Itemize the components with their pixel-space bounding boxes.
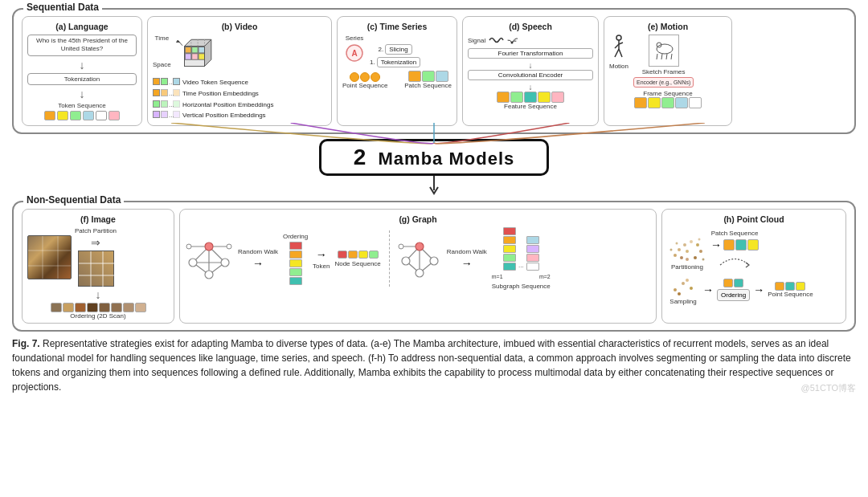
graph-token-col: → Token xyxy=(313,248,330,270)
ordering-label: Ordering xyxy=(283,233,308,240)
mamba-models-box: 2 Mamba Models xyxy=(319,139,550,176)
mfs-4 xyxy=(675,97,688,108)
graph-nodes-right xyxy=(398,230,442,287)
speech-signal-label: Signal xyxy=(468,37,485,44)
sg2-2 xyxy=(526,245,539,253)
subgraph-stacks-row: ... xyxy=(503,227,539,271)
ord-6 xyxy=(111,303,122,312)
pointcloud-top-row: Partitioning Patch Sequence → xyxy=(667,227,841,271)
sg2-3 xyxy=(526,254,539,262)
image-grid-overlay xyxy=(28,236,72,279)
gns-4 xyxy=(369,251,379,259)
ts-patch-seq-label: Patch Sequence xyxy=(404,82,452,89)
timeseries-section: (c) Time Series Series A 2. Slicing xyxy=(337,16,457,126)
mamba-number: 2 xyxy=(354,145,367,169)
vb-4 xyxy=(289,268,302,276)
vb-3 xyxy=(289,259,302,267)
ps-3 xyxy=(371,72,380,82)
pc-ordering-box: Ordering xyxy=(717,289,750,301)
svg-point-72 xyxy=(670,249,673,251)
legend-boxes-4: ... xyxy=(153,111,180,121)
ord-5 xyxy=(99,303,110,312)
legend-box-h1 xyxy=(153,100,160,108)
image-arrow-down: ⇒ xyxy=(91,236,100,249)
graph-node-seq: Node Sequence xyxy=(334,251,380,267)
legend-label-1: Video Token Sequence xyxy=(182,78,248,88)
ts-outputs: Point Sequence Patch Sequence xyxy=(342,71,452,89)
language-tokenization: Tokenization xyxy=(27,73,137,85)
ts-slicing: Slicing xyxy=(385,44,412,55)
patchs-3 xyxy=(436,71,448,82)
legend-boxes-1: ... xyxy=(153,78,180,88)
svg-point-73 xyxy=(702,259,705,261)
pcps-3 xyxy=(747,239,759,251)
speech-feature-seq-display xyxy=(468,92,593,103)
svg-point-64 xyxy=(696,243,699,246)
pc-ordering-col: Ordering xyxy=(717,279,750,301)
pc-patch-seq-col: Patch Sequence → xyxy=(710,230,759,269)
speech-title: (d) Speech xyxy=(468,22,593,31)
legend-box-blue xyxy=(173,78,180,85)
pcpt-2 xyxy=(785,282,795,291)
pc-ordering-display xyxy=(723,279,743,287)
image-arrow-down2: ↓ xyxy=(27,288,169,301)
svg-point-67 xyxy=(686,258,689,261)
video-title: (b) Video xyxy=(153,22,326,31)
random-walk-label-2: Random Walk xyxy=(447,248,487,255)
svg-point-68 xyxy=(680,256,683,259)
ts-left: Series A xyxy=(342,35,366,63)
ord-7 xyxy=(123,303,134,312)
pcps-2 xyxy=(735,239,747,251)
watermark: @51CTO博客 xyxy=(801,382,856,394)
svg-rect-9 xyxy=(199,54,205,60)
sg1-3 xyxy=(503,245,516,253)
token-5 xyxy=(96,111,107,120)
mamba-banner: 2 Mamba Models xyxy=(12,139,856,196)
mfs-3 xyxy=(661,97,674,108)
legend-row-4: ... Vertical Position Embeddings xyxy=(153,111,326,121)
image-partition-col: Patch Partition ⇒ xyxy=(75,227,117,287)
random-walk-label-1: Random Walk xyxy=(238,248,278,255)
motion-sketch-label: Sketch Frames xyxy=(642,68,686,75)
svg-point-76 xyxy=(690,287,693,290)
svg-line-23 xyxy=(661,54,662,59)
gns-1 xyxy=(338,251,347,259)
pcpt-1 xyxy=(775,282,784,291)
svg-point-65 xyxy=(699,250,702,253)
svg-point-43 xyxy=(221,259,229,267)
node-sequence-label: Node Sequence xyxy=(334,260,380,267)
subgraph-m-labels: m=1 m=2 xyxy=(492,274,551,279)
pc-patch-seq-label: Patch Sequence xyxy=(711,230,759,237)
subgraph-stack-2 xyxy=(526,236,539,271)
svg-point-54 xyxy=(416,242,424,251)
legend-row-2: ... Time Position Embeddings xyxy=(153,89,326,100)
m2-label: m=2 xyxy=(539,274,551,279)
svg-rect-5 xyxy=(191,47,198,52)
sg2-1 xyxy=(526,236,539,244)
svg-line-22 xyxy=(657,54,657,59)
speech-signal-row: Signal xyxy=(468,35,593,46)
legend-row-3: ... Horizontal Position Embeddings xyxy=(153,100,326,111)
ts-row2: 1. Tokenization xyxy=(370,57,420,67)
ts-patch-seq: Patch Sequence xyxy=(404,71,452,89)
pc-point-seq-display xyxy=(775,282,805,291)
svg-point-71 xyxy=(698,238,701,241)
gns-2 xyxy=(348,251,358,259)
speech-conv-encoder: Convolutional Encoder xyxy=(468,70,593,80)
motion-sketch: Sketch Frames Encoder (e.g., GNNs) xyxy=(633,35,694,88)
ps-2 xyxy=(360,72,370,82)
vb-2 xyxy=(289,251,302,259)
ts-num1: 1. xyxy=(370,59,375,66)
ord-3 xyxy=(75,303,86,312)
motion-frame-seq-display xyxy=(609,97,727,108)
motion-sketch-svg xyxy=(651,37,678,61)
pcpt-3 xyxy=(796,282,805,291)
svg-line-25 xyxy=(671,54,672,59)
fs-2 xyxy=(510,92,523,103)
legend-box-v3 xyxy=(173,111,180,118)
legend-box-v2 xyxy=(161,111,168,118)
sg1-4 xyxy=(503,254,516,262)
image-patch-grid xyxy=(79,251,115,287)
sg2-4 xyxy=(526,263,539,271)
legend-box-orange xyxy=(153,78,160,85)
